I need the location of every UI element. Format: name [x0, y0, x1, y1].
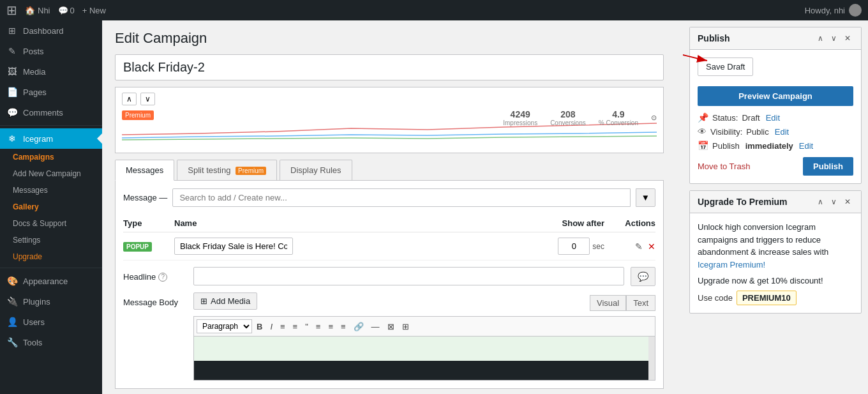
icegram-icon: ❄: [6, 133, 18, 144]
status-icon: 📌: [698, 112, 708, 123]
sidebar-item-pages[interactable]: 📄 Pages: [0, 82, 102, 102]
upgrade-panel-title: Upgrade To Premium: [698, 197, 788, 207]
message-name-input[interactable]: [174, 238, 293, 255]
message-body-row: Message Body ⊞ Add Media Visual Text: [123, 292, 655, 381]
more-button[interactable]: —: [368, 320, 383, 333]
headline-input[interactable]: [193, 267, 624, 285]
col-actions-header: Actions: [604, 218, 655, 228]
chart-up-button[interactable]: ∧: [122, 93, 137, 105]
align-center-button[interactable]: ≡: [325, 320, 336, 333]
sidebar-item-appearance[interactable]: 🎨 Appearance: [0, 271, 102, 291]
edit-message-icon[interactable]: ✎: [635, 241, 643, 252]
publish-time-edit-link[interactable]: Edit: [799, 141, 813, 151]
visibility-label: Visibility:: [710, 127, 742, 137]
plugins-icon: 🔌: [6, 296, 18, 307]
comments-icon[interactable]: 💬 0: [58, 6, 75, 15]
unordered-list-button[interactable]: ≡: [277, 320, 288, 333]
sidebar-item-upgrade[interactable]: Upgrade: [0, 248, 102, 265]
publish-panel-up[interactable]: ∧: [815, 33, 826, 44]
paragraph-select[interactable]: Paragraph: [197, 319, 252, 333]
status-edit-link[interactable]: Edit: [766, 113, 780, 123]
editor-black-bar: [194, 361, 655, 380]
site-name[interactable]: 🏠 Nhi: [25, 6, 50, 15]
sidebar-item-users[interactable]: 👤 Users: [0, 312, 102, 332]
wp-logo-icon[interactable]: ⊞: [6, 3, 17, 18]
sidebar-item-messages[interactable]: Messages: [0, 182, 102, 199]
conversions-label: Conversions: [550, 119, 586, 126]
bold-button[interactable]: B: [253, 320, 266, 333]
publish-button[interactable]: Publish: [803, 157, 853, 176]
publish-actions: Move to Trash Publish: [698, 157, 853, 176]
message-search-dropdown[interactable]: ▼: [636, 188, 655, 207]
sidebar-item-posts[interactable]: ✎ Posts: [0, 41, 102, 61]
publish-panel-down[interactable]: ∨: [828, 33, 839, 44]
editor-scrollbar[interactable]: [648, 337, 655, 380]
publish-panel-title: Publish: [698, 33, 730, 43]
premium-badge: Premium: [122, 110, 154, 120]
publish-panel: Publish ∧ ∨ ✕ Save Draft: [689, 27, 862, 184]
col-type-header: Type: [123, 218, 174, 228]
sidebar-item-campaigns[interactable]: Campaigns: [0, 149, 102, 165]
sidebar-item-gallery[interactable]: Gallery: [0, 199, 102, 215]
admin-bar: ⊞ 🏠 Nhi 💬 0 + New Howdy, nhi: [0, 0, 868, 20]
message-body-area: ⊞ Add Media Visual Text Paragraph B: [193, 292, 655, 381]
upgrade-panel-close[interactable]: ✕: [842, 196, 853, 208]
move-to-trash-link[interactable]: Move to Trash: [698, 162, 750, 171]
align-left-button[interactable]: ≡: [313, 320, 324, 333]
fullscreen-button[interactable]: ⊠: [384, 320, 398, 333]
conversions-stat: 208 Conversions: [550, 109, 586, 126]
upgrade-panel-up[interactable]: ∧: [815, 196, 826, 208]
delete-message-icon[interactable]: ✕: [648, 241, 655, 252]
new-button[interactable]: + New: [82, 6, 106, 15]
howdy-label: Howdy, nhi: [805, 4, 862, 17]
messages-panel: Message — ▼ Type Name Show after Actions…: [115, 181, 664, 389]
col-show-after-cell: sec: [521, 238, 604, 255]
visibility-row: 👁 Visibility: Public Edit: [698, 126, 853, 137]
page-title: Edit Campaign: [115, 30, 670, 47]
tab-messages[interactable]: Messages: [115, 160, 174, 181]
tab-visual[interactable]: Visual: [590, 295, 626, 311]
show-after-input[interactable]: [558, 238, 590, 255]
icegram-arrow-icon: [97, 133, 102, 144]
tab-split-testing[interactable]: Split testing Premium: [177, 160, 277, 180]
chart-inner: Premium 4249 Impressions 208 Conversions: [122, 109, 657, 148]
chart-area: ∧ ∨ Premium 4249 Impressions 208: [115, 87, 664, 153]
tab-display-rules[interactable]: Display Rules: [280, 160, 352, 180]
sidebar-item-media[interactable]: 🖼 Media: [0, 61, 102, 82]
publish-panel-close[interactable]: ✕: [842, 33, 853, 44]
sidebar-item-docs-support[interactable]: Docs & Support: [0, 215, 102, 232]
message-search-input[interactable]: [172, 188, 630, 207]
sidebar-item-dashboard[interactable]: ⊞ Dashboard: [0, 20, 102, 41]
link-button[interactable]: 🔗: [350, 320, 367, 333]
align-right-button[interactable]: ≡: [338, 320, 349, 333]
sidebar-item-add-new-campaign[interactable]: Add New Campaign: [0, 165, 102, 182]
publish-time-value: immediately: [745, 141, 793, 151]
sidebar-item-icegram[interactable]: ❄ Icegram: [0, 128, 102, 149]
sidebar-item-label: Plugins: [23, 297, 50, 307]
editor-content-area[interactable]: [193, 336, 655, 381]
impressions-value: 4249: [503, 109, 537, 119]
preview-campaign-button[interactable]: Preview Campaign: [698, 86, 853, 106]
sidebar-item-label: Comments: [23, 108, 63, 117]
headline-help-icon[interactable]: ?: [158, 273, 167, 282]
sidebar-item-tools[interactable]: 🔧 Tools: [0, 332, 102, 352]
ordered-list-button[interactable]: ≡: [290, 320, 301, 333]
grid-button[interactable]: ⊞: [399, 320, 412, 333]
campaign-name-input[interactable]: [115, 54, 664, 80]
add-media-button[interactable]: ⊞ Add Media: [193, 292, 257, 310]
visibility-edit-link[interactable]: Edit: [775, 127, 789, 137]
red-arrow: [683, 48, 710, 67]
headline-chat-icon-button[interactable]: 💬: [631, 267, 655, 286]
sidebar-item-settings[interactable]: Settings: [0, 232, 102, 248]
tab-text[interactable]: Text: [626, 295, 655, 311]
content-area: Edit Campaign ∧ ∨ Premium 4249 Impress: [102, 20, 683, 394]
sidebar-item-plugins[interactable]: 🔌 Plugins: [0, 291, 102, 312]
upgrade-panel: Upgrade To Premium ∧ ∨ ✕ Unlock high con…: [689, 190, 862, 314]
sidebar-item-comments[interactable]: 💬 Comments: [0, 102, 102, 123]
chart-down-button[interactable]: ∨: [140, 93, 155, 105]
col-show-after-header: Show after: [521, 218, 604, 228]
italic-button[interactable]: I: [267, 320, 276, 333]
upgrade-panel-down[interactable]: ∨: [828, 196, 839, 208]
blockquote-button[interactable]: ": [302, 320, 311, 333]
icegram-premium-link[interactable]: Icegram Premium!: [698, 260, 765, 269]
